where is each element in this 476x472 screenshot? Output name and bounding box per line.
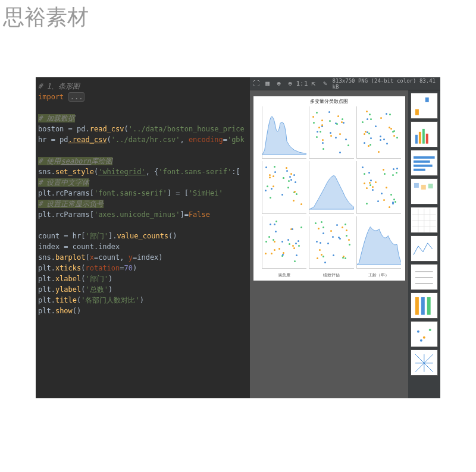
- svg-rect-10: [414, 183, 419, 188]
- zoom-in-icon[interactable]: ⊕: [275, 80, 283, 88]
- image-info: 813x750 PNG (24-bit color) 83.41 kB: [333, 78, 438, 90]
- subplot-2-2: [356, 216, 402, 269]
- zoom-11-button[interactable]: 1:1: [298, 80, 306, 88]
- svg-rect-24: [427, 297, 431, 315]
- plot-thumbnail-8[interactable]: [411, 321, 438, 347]
- plot-preview-pane: ⛶ ▦ ⊕ ⊖ 1:1 ⇱ ✎ 813x750 PNG (24-bit colo…: [250, 77, 440, 398]
- svg-rect-23: [421, 297, 425, 315]
- watermark: 思裕素材: [3, 3, 89, 32]
- svg-rect-9: [414, 169, 425, 171]
- preview-toolbar: ⛶ ▦ ⊕ ⊖ 1:1 ⇱ ✎ 813x750 PNG (24-bit colo…: [250, 77, 440, 90]
- plot-grid: [253, 105, 405, 272]
- eyedropper-icon[interactable]: ✎: [321, 80, 328, 88]
- plot-thumbnail-6[interactable]: [411, 264, 438, 290]
- svg-point-28: [420, 339, 422, 342]
- code-comment: # 1、条形图: [38, 82, 80, 90]
- svg-rect-1: [425, 97, 429, 102]
- subplot-0-2: [356, 106, 402, 159]
- subplot-2-0: [262, 216, 307, 269]
- fit-icon[interactable]: ⇱: [309, 80, 317, 88]
- plot-thumbnail-3[interactable]: [411, 178, 438, 204]
- code-comment: # 设置正常显示负号: [38, 200, 104, 208]
- svg-point-26: [423, 336, 425, 339]
- subplot-1-1: [309, 161, 354, 213]
- subplot-1-0: [262, 161, 307, 213]
- subplot-0-0: [262, 106, 307, 159]
- svg-rect-0: [415, 109, 419, 115]
- svg-rect-22: [415, 297, 419, 315]
- pairplot-figure: 多变量分类散点图 满意度 绩效评估 工龄（年）: [253, 96, 405, 281]
- plot-thumbnails: [408, 90, 440, 398]
- code-comment: # 使用seaborn库绘图: [38, 157, 112, 165]
- svg-point-27: [429, 329, 431, 331]
- plot-title: 多变量分类散点图: [253, 96, 405, 105]
- plot-thumbnail-7[interactable]: [411, 292, 438, 319]
- plot-thumbnail-4[interactable]: [411, 207, 438, 233]
- svg-rect-2: [415, 135, 418, 144]
- plot-thumbnail-9[interactable]: [411, 350, 438, 376]
- svg-rect-11: [421, 185, 426, 190]
- svg-rect-8: [414, 165, 433, 167]
- plot-thumbnail-5[interactable]: [411, 235, 438, 262]
- plot-canvas[interactable]: 多变量分类散点图 满意度 绩效评估 工龄（年）: [250, 90, 408, 398]
- plot-thumbnail-1[interactable]: [411, 121, 438, 147]
- preview-body: 多变量分类散点图 满意度 绩效评估 工龄（年）: [250, 90, 440, 398]
- plot-thumbnail-0[interactable]: [411, 93, 438, 119]
- subplot-1-2: [356, 161, 402, 213]
- zoom-out-icon[interactable]: ⊖: [286, 80, 294, 88]
- plot-thumbnail-2[interactable]: [411, 150, 438, 176]
- code-fold[interactable]: ...: [68, 92, 85, 102]
- svg-rect-7: [414, 161, 430, 163]
- svg-point-25: [417, 331, 419, 333]
- code-keyword: import: [38, 93, 64, 101]
- subplot-0-1: [309, 106, 354, 159]
- svg-rect-5: [426, 134, 428, 144]
- ide-window: # 1、条形图 import ... # 加载数据 boston = pd.re…: [36, 77, 440, 398]
- xlabel-1: 绩效评估: [309, 272, 354, 278]
- svg-rect-4: [422, 129, 425, 144]
- code-comment: # 加载数据: [38, 114, 75, 122]
- subplot-2-1: [309, 216, 354, 269]
- svg-rect-3: [419, 132, 421, 144]
- expand-icon[interactable]: ⛶: [252, 80, 260, 88]
- xlabel-2: 工龄（年）: [356, 272, 402, 278]
- code-editor[interactable]: # 1、条形图 import ... # 加载数据 boston = pd.re…: [36, 77, 250, 398]
- grid-icon[interactable]: ▦: [264, 80, 271, 88]
- svg-rect-12: [428, 184, 433, 188]
- xlabel-0: 满意度: [262, 272, 307, 278]
- code-comment: # 设置中文字体: [38, 178, 89, 187]
- svg-rect-6: [414, 156, 435, 159]
